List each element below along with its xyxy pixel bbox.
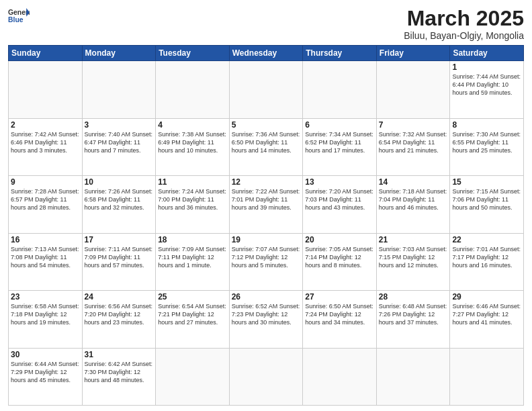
day-info: Sunrise: 6:54 AM Sunset: 7:21 PM Dayligh… <box>158 302 227 326</box>
day-info: Sunrise: 7:34 AM Sunset: 6:52 PM Dayligh… <box>305 130 374 154</box>
day-info: Sunrise: 6:50 AM Sunset: 7:24 PM Dayligh… <box>305 302 374 326</box>
table-row: 7Sunrise: 7:32 AM Sunset: 6:54 PM Daylig… <box>376 118 450 175</box>
table-row: 28Sunrise: 6:48 AM Sunset: 7:26 PM Dayli… <box>376 291 450 348</box>
day-info: Sunrise: 7:11 AM Sunset: 7:09 PM Dayligh… <box>85 245 154 269</box>
day-number: 13 <box>305 177 374 187</box>
table-row: 16Sunrise: 7:13 AM Sunset: 7:08 PM Dayli… <box>9 233 83 290</box>
day-info: Sunrise: 7:32 AM Sunset: 6:54 PM Dayligh… <box>379 130 448 154</box>
table-row <box>303 348 377 405</box>
table-row: 11Sunrise: 7:24 AM Sunset: 7:00 PM Dayli… <box>156 176 230 233</box>
day-number: 27 <box>305 292 374 302</box>
day-number: 29 <box>452 292 521 302</box>
day-info: Sunrise: 7:15 AM Sunset: 7:06 PM Dayligh… <box>452 187 521 212</box>
location-subtitle: Biluu, Bayan-Olgiy, Mongolia <box>404 30 524 41</box>
day-info: Sunrise: 7:07 AM Sunset: 7:12 PM Dayligh… <box>232 245 301 269</box>
header-saturday: Saturday <box>450 46 524 61</box>
day-info: Sunrise: 7:28 AM Sunset: 6:57 PM Dayligh… <box>11 187 80 212</box>
calendar: Sunday Monday Tuesday Wednesday Thursday… <box>8 45 524 406</box>
table-row <box>229 61 303 118</box>
day-info: Sunrise: 7:05 AM Sunset: 7:14 PM Dayligh… <box>305 245 374 269</box>
table-row: 13Sunrise: 7:20 AM Sunset: 7:03 PM Dayli… <box>303 176 377 233</box>
day-number: 25 <box>158 292 227 302</box>
table-row: 27Sunrise: 6:50 AM Sunset: 7:24 PM Dayli… <box>303 291 377 348</box>
table-row: 8Sunrise: 7:30 AM Sunset: 6:55 PM Daylig… <box>450 118 524 175</box>
day-info: Sunrise: 6:52 AM Sunset: 7:23 PM Dayligh… <box>232 302 301 326</box>
day-number: 16 <box>11 235 80 244</box>
day-info: Sunrise: 7:24 AM Sunset: 7:00 PM Dayligh… <box>158 187 227 212</box>
day-info: Sunrise: 6:44 AM Sunset: 7:29 PM Dayligh… <box>11 360 80 384</box>
day-number: 14 <box>379 177 448 187</box>
day-number: 4 <box>158 120 227 130</box>
table-row: 9Sunrise: 7:28 AM Sunset: 6:57 PM Daylig… <box>9 176 83 233</box>
table-row <box>450 348 524 405</box>
table-row: 15Sunrise: 7:15 AM Sunset: 7:06 PM Dayli… <box>450 176 524 233</box>
header: General Blue March 2025 Biluu, Bayan-Olg… <box>8 7 524 41</box>
day-info: Sunrise: 7:38 AM Sunset: 6:49 PM Dayligh… <box>158 130 227 154</box>
day-info: Sunrise: 7:30 AM Sunset: 6:55 PM Dayligh… <box>452 130 521 154</box>
table-row: 26Sunrise: 6:52 AM Sunset: 7:23 PM Dayli… <box>229 291 303 348</box>
svg-text:Blue: Blue <box>8 16 24 24</box>
day-info: Sunrise: 7:03 AM Sunset: 7:15 PM Dayligh… <box>379 245 448 269</box>
table-row: 22Sunrise: 7:01 AM Sunset: 7:17 PM Dayli… <box>450 233 524 290</box>
table-row <box>303 61 377 118</box>
day-info: Sunrise: 7:20 AM Sunset: 7:03 PM Dayligh… <box>305 187 374 212</box>
header-thursday: Thursday <box>303 46 377 61</box>
month-title: March 2025 <box>404 7 524 30</box>
day-number: 12 <box>232 177 301 187</box>
day-number: 24 <box>85 292 154 302</box>
page: General Blue March 2025 Biluu, Bayan-Olg… <box>0 0 532 411</box>
day-info: Sunrise: 6:48 AM Sunset: 7:26 PM Dayligh… <box>379 302 448 326</box>
day-info: Sunrise: 7:26 AM Sunset: 6:58 PM Dayligh… <box>85 187 154 212</box>
day-number: 19 <box>232 235 301 244</box>
day-number: 5 <box>232 120 301 130</box>
table-row: 12Sunrise: 7:22 AM Sunset: 7:01 PM Dayli… <box>229 176 303 233</box>
day-number: 28 <box>379 292 448 302</box>
day-number: 6 <box>305 120 374 130</box>
day-info: Sunrise: 7:40 AM Sunset: 6:47 PM Dayligh… <box>85 130 154 154</box>
day-number: 7 <box>379 120 448 130</box>
header-tuesday: Tuesday <box>156 46 230 61</box>
header-monday: Monday <box>82 46 156 61</box>
header-wednesday: Wednesday <box>229 46 303 61</box>
day-number: 1 <box>452 62 521 72</box>
title-block: March 2025 Biluu, Bayan-Olgiy, Mongolia <box>404 7 524 41</box>
day-number: 22 <box>452 235 521 244</box>
table-row: 2Sunrise: 7:42 AM Sunset: 6:46 PM Daylig… <box>9 118 83 175</box>
table-row <box>82 61 156 118</box>
table-row: 21Sunrise: 7:03 AM Sunset: 7:15 PM Dayli… <box>376 233 450 290</box>
table-row: 19Sunrise: 7:07 AM Sunset: 7:12 PM Dayli… <box>229 233 303 290</box>
table-row: 3Sunrise: 7:40 AM Sunset: 6:47 PM Daylig… <box>82 118 156 175</box>
table-row <box>156 61 230 118</box>
table-row: 29Sunrise: 6:46 AM Sunset: 7:27 PM Dayli… <box>450 291 524 348</box>
day-info: Sunrise: 6:56 AM Sunset: 7:20 PM Dayligh… <box>85 302 154 326</box>
day-number: 17 <box>85 235 154 244</box>
day-info: Sunrise: 7:13 AM Sunset: 7:08 PM Dayligh… <box>11 245 80 269</box>
table-row: 14Sunrise: 7:18 AM Sunset: 7:04 PM Dayli… <box>376 176 450 233</box>
logo: General Blue <box>8 7 30 26</box>
header-friday: Friday <box>376 46 450 61</box>
table-row: 1Sunrise: 7:44 AM Sunset: 6:44 PM Daylig… <box>450 61 524 118</box>
day-info: Sunrise: 6:58 AM Sunset: 7:18 PM Dayligh… <box>11 302 80 326</box>
table-row: 23Sunrise: 6:58 AM Sunset: 7:18 PM Dayli… <box>9 291 83 348</box>
day-info: Sunrise: 7:44 AM Sunset: 6:44 PM Dayligh… <box>452 73 521 97</box>
table-row <box>376 61 450 118</box>
day-number: 20 <box>305 235 374 244</box>
weekday-header-row: Sunday Monday Tuesday Wednesday Thursday… <box>9 46 524 61</box>
day-info: Sunrise: 7:42 AM Sunset: 6:46 PM Dayligh… <box>11 130 80 154</box>
table-row <box>229 348 303 405</box>
table-row: 18Sunrise: 7:09 AM Sunset: 7:11 PM Dayli… <box>156 233 230 290</box>
day-number: 18 <box>158 235 227 244</box>
day-info: Sunrise: 7:01 AM Sunset: 7:17 PM Dayligh… <box>452 245 521 269</box>
day-number: 15 <box>452 177 521 187</box>
table-row: 20Sunrise: 7:05 AM Sunset: 7:14 PM Dayli… <box>303 233 377 290</box>
day-number: 23 <box>11 292 80 302</box>
table-row: 10Sunrise: 7:26 AM Sunset: 6:58 PM Dayli… <box>82 176 156 233</box>
table-row: 5Sunrise: 7:36 AM Sunset: 6:50 PM Daylig… <box>229 118 303 175</box>
day-number: 8 <box>452 120 521 130</box>
day-info: Sunrise: 6:42 AM Sunset: 7:30 PM Dayligh… <box>85 360 154 384</box>
generalblue-logo-icon: General Blue <box>8 7 30 26</box>
table-row: 6Sunrise: 7:34 AM Sunset: 6:52 PM Daylig… <box>303 118 377 175</box>
day-number: 11 <box>158 177 227 187</box>
day-number: 2 <box>11 120 80 130</box>
day-info: Sunrise: 7:22 AM Sunset: 7:01 PM Dayligh… <box>232 187 301 212</box>
